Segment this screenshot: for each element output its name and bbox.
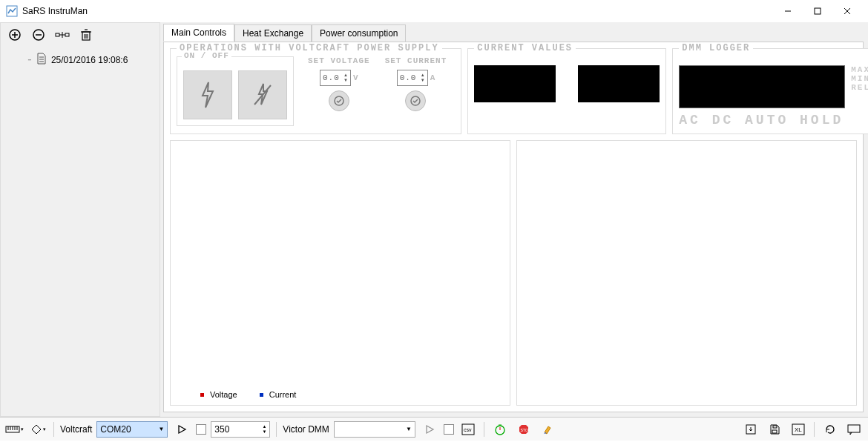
tree-item[interactable]: ····· 25/01/2016 19:08:6 xyxy=(8,51,152,68)
export-xl-button[interactable]: XL xyxy=(789,421,808,438)
document-icon xyxy=(36,53,47,67)
svg-rect-2 xyxy=(815,8,821,14)
feedback-button[interactable] xyxy=(844,421,864,438)
dmm-chart xyxy=(516,140,857,406)
svg-rect-40 xyxy=(773,426,777,428)
delete-button[interactable] xyxy=(76,26,96,44)
power-supply-group: OPERATIONS WITH VOLTCRAFT POWER SUPPLY O… xyxy=(170,48,461,134)
dmm-rel-label: REL xyxy=(851,83,868,92)
svg-text:csv: csv xyxy=(464,427,472,432)
voltcraft-port-select[interactable]: COM20 ▼ xyxy=(96,421,168,438)
svg-text:XL: XL xyxy=(795,426,802,433)
refresh-button[interactable] xyxy=(821,421,840,438)
save-button[interactable] xyxy=(765,421,784,438)
legend-voltage: Voltage xyxy=(210,390,237,399)
dmm-max-label: MAX xyxy=(851,65,868,74)
tree-item-label: 25/01/2016 19:08:6 xyxy=(51,55,128,65)
current-values-group: CURRENT VALUES xyxy=(467,48,666,134)
svg-text:STOP: STOP xyxy=(520,427,530,432)
ruler-button[interactable]: ▾ xyxy=(4,421,24,438)
legend-voltage-dot xyxy=(200,393,204,397)
voltcraft-label: Voltcraft xyxy=(60,424,92,435)
chevron-down-icon: ▼ xyxy=(158,426,164,432)
svg-rect-43 xyxy=(848,425,860,432)
legend-current-dot xyxy=(260,393,263,397)
interval-spinbox[interactable]: ▲▼ xyxy=(211,421,270,438)
tab-heat-exchange[interactable]: Heat Exchange xyxy=(234,24,312,42)
spin-up-icon[interactable]: ▲ xyxy=(262,424,266,429)
dmm-title: DMM LOGGER xyxy=(679,43,753,53)
remove-button[interactable] xyxy=(29,26,48,44)
current-spinbox[interactable]: ▲▼ xyxy=(397,70,428,86)
victor-label: Victor DMM xyxy=(283,424,329,435)
dmm-min-label: MIN xyxy=(851,74,868,83)
power-on-button[interactable] xyxy=(183,70,232,119)
dmm-logger-group: DMM LOGGER MAX MIN REL AC DC AUTO HOLD xyxy=(672,48,868,134)
app-icon xyxy=(6,5,18,17)
dmm-modes: AC DC AUTO HOLD xyxy=(679,113,868,128)
spin-down-icon[interactable]: ▼ xyxy=(421,78,425,83)
stop-button[interactable]: STOP xyxy=(514,421,533,438)
voltage-input[interactable] xyxy=(323,73,339,82)
victor-play-button[interactable] xyxy=(420,421,439,438)
current-display xyxy=(578,65,660,102)
onoff-group: ON / OFF xyxy=(177,56,294,126)
power-off-button[interactable] xyxy=(238,70,287,119)
interval-input[interactable] xyxy=(214,424,251,435)
maximize-button[interactable] xyxy=(803,0,832,22)
voltcraft-play-button[interactable] xyxy=(172,421,191,438)
tab-main-controls[interactable]: Main Controls xyxy=(163,24,234,42)
minimize-button[interactable] xyxy=(773,0,803,22)
current-unit: A xyxy=(430,73,435,82)
set-voltage-label: SET VOLTAGE xyxy=(306,56,372,65)
tree-connector: ····· xyxy=(27,56,30,64)
current-input[interactable] xyxy=(400,73,416,82)
clear-button[interactable] xyxy=(538,421,557,438)
apply-current-button[interactable] xyxy=(405,90,426,111)
csv-button[interactable]: csv xyxy=(458,421,478,438)
spin-down-icon[interactable]: ▼ xyxy=(343,78,348,83)
spin-up-icon[interactable]: ▲ xyxy=(343,73,348,78)
connect-button[interactable] xyxy=(53,26,72,44)
tag-button[interactable]: ▾ xyxy=(28,421,47,438)
voltage-unit: V xyxy=(353,73,358,82)
tab-power-consumption[interactable]: Power consumption xyxy=(312,24,406,42)
voltage-display xyxy=(474,65,556,102)
add-button[interactable] xyxy=(5,26,24,44)
voltcraft-checkbox[interactable] xyxy=(196,424,206,435)
spin-down-icon[interactable]: ▼ xyxy=(262,429,266,435)
legend-current: Current xyxy=(269,390,297,399)
window-title: SaRS InstruMan xyxy=(22,6,773,16)
cv-title: CURRENT VALUES xyxy=(474,43,576,53)
dmm-display xyxy=(679,65,845,108)
spin-up-icon[interactable]: ▲ xyxy=(421,73,425,78)
victor-port-select[interactable]: ▼ xyxy=(334,421,415,438)
import-button[interactable] xyxy=(741,421,760,438)
voltcraft-port-value: COM20 xyxy=(100,424,131,435)
victor-checkbox[interactable] xyxy=(444,424,454,435)
svg-rect-39 xyxy=(772,430,777,433)
voltage-current-chart: Voltage Current xyxy=(170,140,510,406)
chevron-down-icon: ▼ xyxy=(406,426,412,432)
apply-voltage-button[interactable] xyxy=(329,90,349,111)
svg-rect-10 xyxy=(56,33,59,36)
svg-rect-11 xyxy=(65,33,69,36)
timer-button[interactable] xyxy=(490,421,510,438)
voltage-spinbox[interactable]: ▲▼ xyxy=(320,70,351,86)
close-button[interactable] xyxy=(832,0,862,22)
set-current-label: SET CURRENT xyxy=(383,56,450,65)
setpoints-group: SET VOLTAGE ▲▼ V xyxy=(300,56,455,126)
onoff-title: ON / OFF xyxy=(182,51,231,60)
